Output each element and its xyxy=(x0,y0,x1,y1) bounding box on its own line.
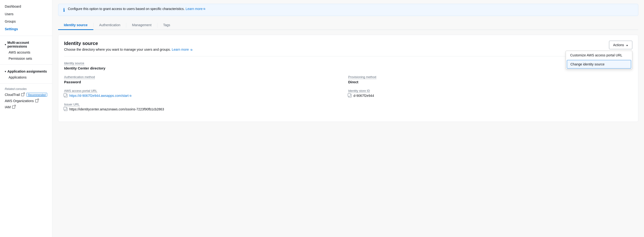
portal-url-text: https://d-9067f2e944.awsapps.com/start xyxy=(69,94,128,98)
dropdown-item-customize-url[interactable]: Customize AWS access portal URL xyxy=(566,51,632,59)
sidebar-section-app-assignments[interactable]: ▾ Application assignments xyxy=(0,68,52,74)
card-header: Identity source Choose the directory whe… xyxy=(64,41,632,51)
tab-management-label: Management xyxy=(132,23,152,27)
dropdown-item-change-identity[interactable]: Change identity source xyxy=(567,60,631,68)
identity-source-detail: Identity source Identity Center director… xyxy=(64,61,632,70)
actions-dropdown: Customize AWS access portal URL Change i… xyxy=(566,51,632,69)
issuer-url-label: Issuer URL xyxy=(64,103,80,106)
external-link-icon xyxy=(21,93,24,96)
details-section: Identity source Identity Center director… xyxy=(64,56,632,111)
sidebar-label-aws-accounts: AWS accounts xyxy=(8,50,30,54)
sidebar-item-groups[interactable]: Groups xyxy=(0,18,52,25)
sidebar-item-permission-sets[interactable]: Permission sets xyxy=(0,55,52,62)
sidebar-item-applications[interactable]: Applications xyxy=(0,74,52,80)
identity-source-value: Identity Center directory xyxy=(64,66,632,70)
portal-url-detail: AWS access portal URL https://d-9067f2e9… xyxy=(64,89,348,98)
external-link-icon-url: ⧉ xyxy=(130,94,132,97)
sidebar-label-dashboard: Dashboard xyxy=(5,4,21,9)
info-learn-more-text: Learn more xyxy=(186,7,203,11)
identity-source-card: Identity source Choose the directory whe… xyxy=(58,35,638,122)
card-learn-more-text: Learn more xyxy=(172,48,189,51)
sidebar-section-multi-account-label: Multi-account permissions xyxy=(8,41,48,48)
sidebar-section-app-label: Application assignments xyxy=(8,69,47,73)
provisioning-method-detail: Provisioning method Direct xyxy=(348,75,632,84)
actions-button[interactable]: Actions ▲ xyxy=(609,41,632,49)
portal-url-label: AWS access portal URL xyxy=(64,89,97,93)
card-learn-more-link[interactable]: Learn more ⧉ xyxy=(172,48,192,51)
sidebar-divider-1 xyxy=(0,36,52,36)
external-link-icon-banner: ⧉ xyxy=(204,7,205,10)
info-banner-learn-more-link[interactable]: Learn more ⧉ xyxy=(186,7,205,11)
auth-method-label: Authentication method xyxy=(64,75,95,79)
provisioning-method-label: Provisioning method xyxy=(348,75,376,79)
identity-store-id-label: Identity store ID xyxy=(348,89,370,93)
main-content: ℹ Configure this option to grant access … xyxy=(52,0,644,237)
external-link-icon-3 xyxy=(12,106,15,108)
portal-url-value-row: https://d-9067f2e944.awsapps.com/start ⧉ xyxy=(64,94,348,98)
sidebar-item-aws-orgs[interactable]: AWS Organizations xyxy=(0,98,52,104)
two-col-row-2: AWS access portal URL https://d-9067f2e9… xyxy=(64,89,632,102)
issuer-url-value: https://identitycenter.amazonaws.com/sso… xyxy=(69,107,164,111)
external-link-icon-2 xyxy=(35,99,38,102)
dropdown-customize-url-label: Customize AWS access portal URL xyxy=(570,53,622,57)
sidebar-label-settings: Settings xyxy=(5,27,18,32)
info-banner-text: Configure this option to grant access to… xyxy=(68,7,633,11)
auth-method-value: Password xyxy=(64,80,348,84)
sidebar-item-iam[interactable]: IAM xyxy=(0,104,52,110)
identity-store-id-detail: Identity store ID d-9067f2e944 xyxy=(348,89,632,98)
identity-store-id-copy-icon[interactable] xyxy=(348,94,352,97)
tabs-bar: Identity source Authentication Managemen… xyxy=(58,21,638,30)
sidebar-section-multi-account[interactable]: ▾ Multi-account permissions xyxy=(0,39,52,49)
info-banner-main-text: Configure this option to grant access to… xyxy=(68,7,184,11)
sidebar-item-aws-accounts[interactable]: AWS accounts xyxy=(0,49,52,55)
tab-authentication[interactable]: Authentication xyxy=(94,21,126,30)
tab-authentication-label: Authentication xyxy=(99,23,120,27)
sidebar-label-users: Users xyxy=(5,12,14,17)
iam-label: IAM xyxy=(5,105,11,109)
portal-url-link[interactable]: https://d-9067f2e944.awsapps.com/start ⧉ xyxy=(69,94,132,98)
identity-store-id-value: d-9067f2e944 xyxy=(354,94,374,98)
card-desc-text: Choose the directory where you want to m… xyxy=(64,48,171,51)
auth-method-detail: Authentication method Password xyxy=(64,75,348,84)
card-title-area: Identity source Choose the directory whe… xyxy=(64,41,192,51)
tab-tags-label: Tags xyxy=(163,23,170,27)
recommended-badge: Recommended xyxy=(26,93,47,97)
portal-url-copy-icon[interactable] xyxy=(64,94,68,97)
sidebar-divider-2 xyxy=(0,64,52,65)
related-consoles-label: Related consoles xyxy=(0,86,52,92)
sidebar-item-users[interactable]: Users xyxy=(0,10,52,18)
external-link-icon-card: ⧉ xyxy=(190,48,192,51)
actions-label: Actions xyxy=(613,43,624,47)
actions-area: Actions ▲ Customize AWS access portal UR… xyxy=(609,41,632,49)
sidebar: Dashboard Users Groups Settings ▾ Multi-… xyxy=(0,0,52,237)
card-description: Choose the directory where you want to m… xyxy=(64,48,192,51)
card-title: Identity source xyxy=(64,41,192,46)
sidebar-nav: Dashboard Users Groups Settings ▾ Multi-… xyxy=(0,0,52,237)
tab-identity-source-label: Identity source xyxy=(64,23,88,27)
chevron-icon: ▾ xyxy=(5,43,6,46)
cloudtrail-label: CloudTrail xyxy=(5,93,20,97)
sidebar-item-settings[interactable]: Settings xyxy=(0,25,52,33)
tab-identity-source[interactable]: Identity source xyxy=(58,21,93,30)
sidebar-label-applications: Applications xyxy=(8,75,27,79)
provisioning-method-value: Direct xyxy=(348,80,632,84)
dropdown-triangle-icon: ▲ xyxy=(626,44,628,46)
tab-tags[interactable]: Tags xyxy=(158,21,176,30)
two-col-row-1: Authentication method Password Provision… xyxy=(64,75,632,89)
identity-source-label: Identity source xyxy=(64,61,84,65)
info-banner: ℹ Configure this option to grant access … xyxy=(58,4,638,16)
sidebar-label-permission-sets: Permission sets xyxy=(8,57,32,60)
sidebar-item-cloudtrail[interactable]: CloudTrail Recommended xyxy=(0,92,52,98)
tab-management[interactable]: Management xyxy=(126,21,157,30)
chevron-icon-2: ▾ xyxy=(5,70,6,73)
issuer-url-detail: Issuer URL https://identitycenter.amazon… xyxy=(64,102,632,111)
issuer-url-copy-icon[interactable] xyxy=(64,108,68,111)
sidebar-item-dashboard[interactable]: Dashboard xyxy=(0,3,52,10)
issuer-url-value-row: https://identitycenter.amazonaws.com/sso… xyxy=(64,107,632,111)
aws-orgs-label: AWS Organizations xyxy=(5,99,34,103)
info-icon: ℹ xyxy=(63,7,65,13)
sidebar-divider-3 xyxy=(0,83,52,83)
identity-store-id-value-row: d-9067f2e944 xyxy=(348,94,632,98)
dropdown-change-identity-label: Change identity source xyxy=(570,62,604,66)
sidebar-label-groups: Groups xyxy=(5,19,16,24)
